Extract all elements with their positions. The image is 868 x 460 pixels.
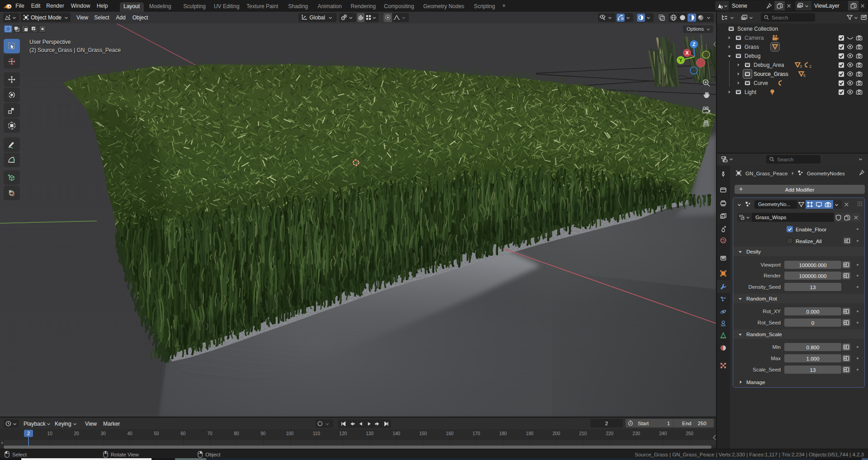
- svg-text:X: X: [685, 50, 689, 56]
- svg-text:Z: Z: [693, 42, 696, 47]
- svg-text:Y: Y: [679, 57, 683, 63]
